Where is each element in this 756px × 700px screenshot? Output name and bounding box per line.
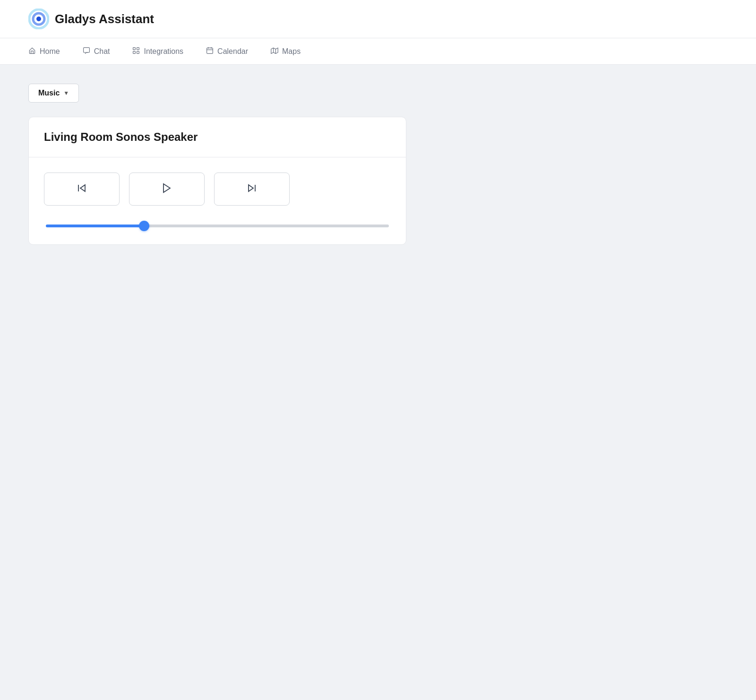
maps-icon	[271, 47, 278, 56]
calendar-icon	[206, 47, 214, 56]
svg-rect-6	[133, 52, 136, 54]
app-logo-icon	[28, 9, 49, 29]
nav-item-integrations[interactable]: Integrations	[132, 39, 183, 63]
svg-rect-3	[83, 48, 89, 52]
integrations-icon	[132, 47, 140, 56]
svg-rect-7	[137, 52, 139, 54]
app-header: Gladys Assistant	[0, 0, 756, 38]
chevron-down-icon: ▼	[63, 90, 69, 96]
card-title: Living Room Sonos Speaker	[44, 130, 391, 144]
card-body	[29, 157, 406, 244]
chat-icon	[83, 47, 90, 56]
nav-item-calendar[interactable]: Calendar	[206, 39, 248, 63]
app-title: Gladys Assistant	[55, 12, 154, 26]
prev-icon	[76, 182, 87, 196]
next-icon	[246, 182, 258, 196]
prev-track-button[interactable]	[44, 173, 120, 206]
dropdown-label: Music	[38, 89, 60, 97]
logo-container: Gladys Assistant	[28, 9, 154, 29]
home-icon	[28, 47, 36, 56]
svg-rect-4	[133, 48, 136, 50]
nav-item-home[interactable]: Home	[28, 39, 60, 63]
volume-slider[interactable]	[46, 225, 389, 227]
play-button[interactable]	[129, 173, 205, 206]
nav-label-calendar: Calendar	[217, 47, 248, 56]
music-dropdown-button[interactable]: Music ▼	[28, 84, 79, 103]
speaker-card: Living Room Sonos Speaker	[28, 117, 406, 245]
nav-label-integrations: Integrations	[144, 47, 183, 56]
volume-slider-container	[44, 221, 391, 229]
svg-point-2	[36, 17, 41, 21]
svg-rect-8	[207, 48, 213, 53]
main-nav: Home Chat Integrations Cal	[0, 38, 756, 65]
nav-label-maps: Maps	[282, 47, 301, 56]
svg-rect-5	[137, 48, 139, 50]
card-header: Living Room Sonos Speaker	[29, 117, 406, 157]
nav-label-home: Home	[40, 47, 60, 56]
svg-marker-10	[163, 184, 170, 192]
nav-label-chat: Chat	[94, 47, 110, 56]
nav-item-maps[interactable]: Maps	[271, 39, 301, 63]
main-content: Music ▼ Living Room Sonos Speaker	[0, 65, 756, 264]
playback-controls	[44, 173, 391, 206]
next-track-button[interactable]	[214, 173, 290, 206]
nav-item-chat[interactable]: Chat	[83, 39, 110, 63]
play-icon	[161, 182, 172, 196]
